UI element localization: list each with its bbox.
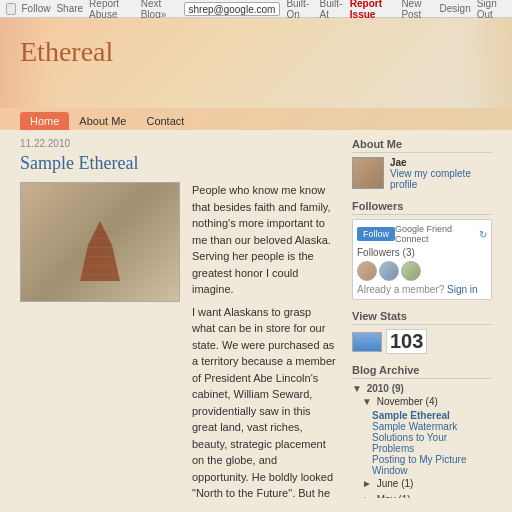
- nav-bar: Home About Me Contact: [0, 108, 512, 130]
- archive-post-sample-watermark[interactable]: Sample Watermark: [372, 421, 492, 432]
- sign-in-link[interactable]: Sign in: [447, 284, 478, 295]
- follower-avatars: [357, 261, 487, 281]
- archive-month-may[interactable]: ► May (1): [352, 492, 492, 498]
- post-paragraph-1: People who know me know that besides fai…: [192, 182, 336, 298]
- browser-icon: [6, 3, 16, 15]
- archive-heading: Blog Archive: [352, 364, 492, 379]
- main-layout: 11.22.2010 Sample Ethereal People who kn…: [0, 130, 512, 506]
- about-me-heading: About Me: [352, 138, 492, 153]
- archive-post-picture-window[interactable]: Posting to My Picture Window: [372, 454, 492, 476]
- sidebar: About Me Jae View my complete profile Fo…: [352, 138, 492, 498]
- report-issue-link[interactable]: Report Issue: [350, 0, 396, 20]
- stats-heading: View Stats: [352, 310, 492, 325]
- follow-link[interactable]: Follow: [22, 3, 51, 14]
- content-area: 11.22.2010 Sample Ethereal People who kn…: [20, 138, 336, 498]
- archive-expand-2010[interactable]: ▼: [352, 383, 362, 394]
- next-blog-link[interactable]: Next Blog»: [141, 0, 178, 20]
- refresh-icon[interactable]: ↻: [479, 229, 487, 240]
- followers-box: Follow Google Friend Connect ↻ Followers…: [352, 219, 492, 300]
- post-image: [20, 182, 180, 302]
- blog-title: Ethereal: [20, 36, 492, 68]
- new-post-link[interactable]: New Post: [401, 0, 433, 20]
- stats-box: 103: [352, 329, 492, 354]
- stats-graph: [352, 332, 382, 352]
- archive-november-posts: Sample Ethereal Sample Watermark Solutio…: [352, 410, 492, 476]
- sign-out-link[interactable]: Sign Out: [477, 0, 506, 20]
- built-on-link[interactable]: Built-On: [286, 0, 313, 20]
- report-abuse-link[interactable]: Report Abuse: [89, 0, 135, 20]
- share-link[interactable]: Share: [56, 3, 83, 14]
- follower-avatar-1: [357, 261, 377, 281]
- archive-month-november[interactable]: ▼ November (4): [352, 394, 492, 410]
- stats-section: View Stats 103: [352, 310, 492, 354]
- follow-button[interactable]: Follow: [357, 227, 395, 241]
- archive-year-2010[interactable]: ▼ 2010 (9): [352, 383, 492, 394]
- follower-avatar-2: [379, 261, 399, 281]
- post-text: People who know me know that besides fai…: [192, 182, 336, 498]
- avatar: [352, 157, 384, 189]
- google-friend-label: Google Friend Connect: [395, 224, 479, 244]
- header: Ethereal: [0, 18, 512, 108]
- design-link[interactable]: Design: [440, 3, 471, 14]
- address-bar[interactable]: shrep@google.com: [184, 2, 281, 16]
- followers-section: Followers Follow Google Friend Connect ↻…: [352, 200, 492, 300]
- nav-home[interactable]: Home: [20, 112, 69, 130]
- archive-2010: ▼ 2010 (9) ▼ November (4) Sample Etherea…: [352, 383, 492, 498]
- built-at-link[interactable]: Built-At: [320, 0, 344, 20]
- already-member-text: Already a member? Sign in: [357, 284, 487, 295]
- stats-number: 103: [386, 329, 427, 354]
- about-me-name: Jae: [390, 157, 492, 168]
- archive-post-sample-ethereal[interactable]: Sample Ethereal: [372, 410, 492, 421]
- followers-count: Followers (3): [357, 247, 487, 258]
- followers-heading: Followers: [352, 200, 492, 215]
- nav-contact[interactable]: Contact: [136, 112, 194, 130]
- follower-avatar-3: [401, 261, 421, 281]
- about-me-section: About Me Jae View my complete profile: [352, 138, 492, 190]
- post-date: 11.22.2010: [20, 138, 336, 149]
- archive-month-june[interactable]: ► June (1): [352, 476, 492, 492]
- top-bar: Follow Share Report Abuse Next Blog» shr…: [0, 0, 512, 18]
- archive-post-solutions[interactable]: Solutions to Your Problems: [372, 432, 492, 454]
- about-me-text: Jae View my complete profile: [390, 157, 492, 190]
- view-profile-link[interactable]: View my complete profile: [390, 168, 471, 190]
- post-title: Sample Ethereal: [20, 153, 336, 174]
- about-me-content: Jae View my complete profile: [352, 157, 492, 190]
- nav-about-me[interactable]: About Me: [69, 112, 136, 130]
- post-paragraph-2: I want Alaskans to grasp what can be in …: [192, 304, 336, 499]
- archive-section: Blog Archive ▼ 2010 (9) ▼ November (4) S…: [352, 364, 492, 498]
